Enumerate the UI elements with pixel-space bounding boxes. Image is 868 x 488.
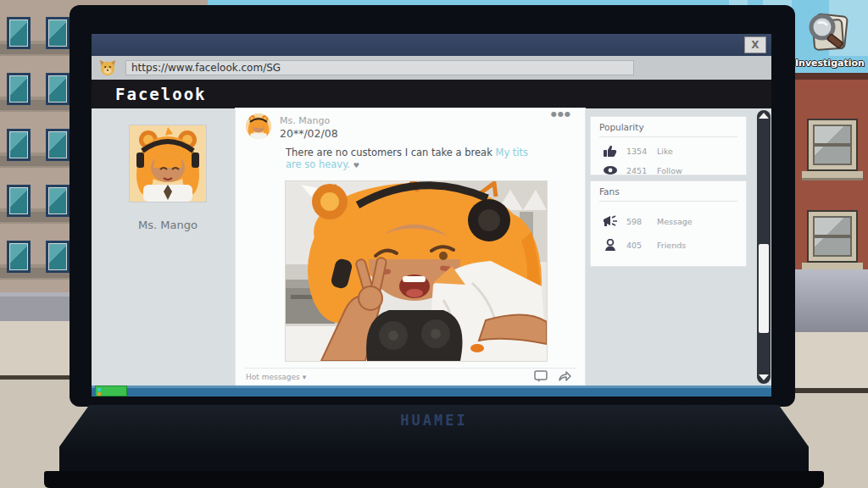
close-button[interactable]: X bbox=[744, 36, 766, 53]
browser-window: X https://www.facelook.com/SG Facelook bbox=[92, 34, 771, 396]
like-stat-row[interactable]: 1354 Like bbox=[603, 145, 746, 157]
os-taskbar bbox=[92, 385, 771, 396]
post-divider bbox=[244, 368, 576, 369]
post-menu-button[interactable]: ●●● bbox=[551, 110, 571, 118]
post-image[interactable] bbox=[286, 181, 547, 361]
profile-avatar[interactable] bbox=[130, 125, 206, 202]
fans-title: Fans bbox=[599, 186, 737, 202]
post-text: There are no customers I can take a brea… bbox=[286, 147, 545, 172]
friends-count: 405 bbox=[626, 241, 652, 250]
game-scene: Investigation HUAMEI X https://www.facel… bbox=[0, 0, 868, 488]
follow-count: 2451 bbox=[626, 166, 652, 175]
building-window bbox=[46, 129, 70, 161]
thumbs-up-icon bbox=[603, 145, 618, 157]
megaphone-icon bbox=[603, 215, 618, 227]
building-window bbox=[7, 129, 31, 161]
share-icon[interactable] bbox=[558, 370, 571, 382]
message-stat-row[interactable]: 598 Message bbox=[603, 215, 746, 227]
scroll-down-arrow[interactable] bbox=[759, 374, 769, 381]
laptop-bottom-edge bbox=[44, 471, 824, 488]
laptop-brand-logo: HUAMEI bbox=[0, 412, 868, 429]
url-input[interactable]: https://www.facelook.com/SG bbox=[125, 60, 634, 75]
like-count: 1354 bbox=[626, 147, 652, 156]
hot-messages-dropdown[interactable]: Hot messages ▾ bbox=[246, 373, 306, 381]
browser-urlbar: https://www.facelook.com/SG bbox=[92, 56, 771, 80]
post-author-avatar[interactable] bbox=[246, 114, 271, 139]
scroll-up-arrow[interactable] bbox=[759, 113, 769, 119]
site-brand-header: Facelook bbox=[92, 80, 771, 108]
message-label: Message bbox=[657, 217, 693, 226]
mango-post-art bbox=[286, 181, 547, 361]
window-sill bbox=[802, 171, 863, 178]
building-window bbox=[7, 17, 31, 49]
post-text-plain: There are no customers I can take a brea… bbox=[286, 147, 495, 158]
mango-avatar-art bbox=[130, 125, 206, 202]
message-count: 598 bbox=[626, 217, 652, 226]
like-label: Like bbox=[657, 147, 673, 156]
popularity-card: Popularity 1354 Like 2451 Follow bbox=[591, 117, 746, 175]
friends-stat-row[interactable]: 405 Friends bbox=[603, 239, 746, 251]
building-window bbox=[807, 210, 858, 263]
building-window bbox=[7, 241, 31, 273]
person-icon bbox=[603, 239, 618, 251]
mango-avatar-art bbox=[246, 114, 271, 139]
building-window bbox=[807, 119, 858, 171]
building-window bbox=[7, 73, 31, 105]
building-window bbox=[46, 241, 70, 273]
page-scrollbar[interactable] bbox=[757, 110, 771, 384]
investigation-icon[interactable]: Investigation bbox=[795, 10, 858, 78]
profile-name: Ms. Mango bbox=[92, 219, 244, 231]
start-button[interactable] bbox=[95, 385, 127, 396]
browser-titlebar[interactable]: X bbox=[92, 34, 771, 56]
scrollbar-thumb[interactable] bbox=[759, 244, 769, 333]
comment-icon[interactable] bbox=[534, 370, 548, 382]
start-dot-icon bbox=[97, 388, 101, 391]
eye-icon bbox=[603, 164, 618, 176]
follow-label: Follow bbox=[657, 166, 682, 175]
doge-favicon bbox=[98, 58, 117, 77]
follow-stat-row[interactable]: 2451 Follow bbox=[603, 164, 746, 176]
post-author-name[interactable]: Ms. Mango bbox=[280, 115, 330, 126]
site-brand: Facelook bbox=[115, 85, 207, 103]
window-sill bbox=[802, 263, 863, 269]
building-window bbox=[46, 17, 70, 49]
building-window bbox=[46, 73, 70, 105]
post-card: Ms. Mango 20**/02/08 ●●● There are no cu… bbox=[236, 108, 585, 385]
friends-label: Friends bbox=[657, 241, 686, 250]
start-dot-icon bbox=[97, 392, 101, 396]
investigation-label: Investigation bbox=[795, 58, 858, 69]
building-window bbox=[7, 185, 31, 217]
magnifier-paper-icon bbox=[802, 10, 851, 56]
building-window bbox=[46, 185, 70, 217]
page-content: Ms. Mango bbox=[92, 108, 771, 385]
post-date: 20**/02/08 bbox=[280, 127, 338, 140]
fans-card: Fans 598 Message 405 Fri bbox=[591, 181, 746, 266]
popularity-title: Popularity bbox=[599, 122, 737, 137]
heart-icon: ♥ bbox=[353, 162, 359, 169]
